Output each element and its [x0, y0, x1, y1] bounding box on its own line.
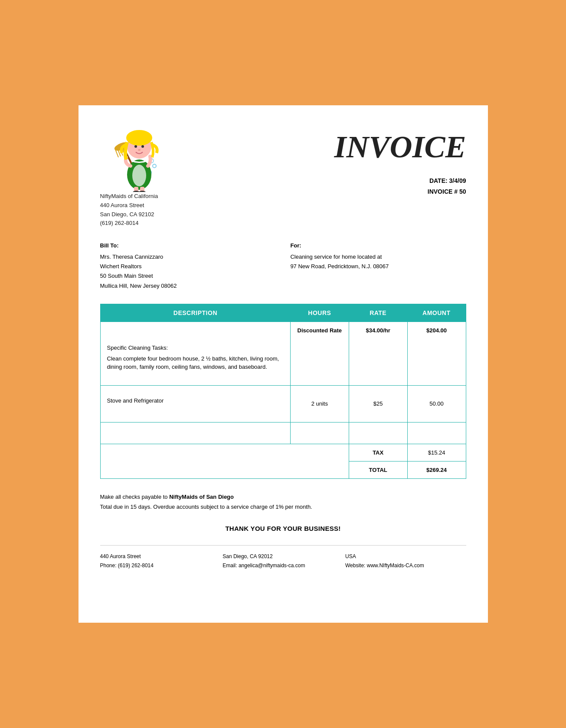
footer-col2-line1: San Diego, CA 92012	[222, 552, 344, 561]
company-address2: San Diego, CA 92102	[100, 210, 158, 219]
hours-cell-1: Discounted Rate	[290, 322, 349, 385]
tax-row: TAX $15.24	[100, 444, 466, 461]
bill-to-line2: Wichert Realtors	[100, 262, 276, 271]
svg-point-8	[153, 164, 156, 168]
total-label: TOTAL	[349, 461, 407, 478]
footer-line1: Make all checks payable to NiftyMaids of…	[100, 492, 466, 502]
invoice-num-value: 50	[459, 188, 466, 195]
tax-label: TAX	[349, 444, 407, 461]
footer-col1-line2: Phone: (619) 262-8014	[100, 561, 221, 570]
amount-cell-1: $204.00	[407, 322, 466, 385]
task-detail-2: Stove and Refrigerator	[107, 397, 284, 404]
total-hours-empty	[290, 461, 349, 478]
hours-cell-2: 2 units	[290, 385, 349, 422]
amount-cell-2: 50.00	[407, 385, 466, 422]
date-label: DATE:	[429, 177, 448, 184]
desc-cell-1: Specific Cleaning Tasks: Clean complete …	[100, 322, 290, 385]
company-info: NiftyMaids of California 440 Aurora Stre…	[100, 192, 158, 228]
header: NiftyMaids of California 440 Aurora Stre…	[100, 123, 466, 228]
svg-point-11	[132, 165, 146, 186]
footer-col1-line1: 440 Aurora Street	[100, 552, 221, 561]
company-phone: (619) 262-8014	[100, 219, 158, 228]
logo-section: NiftyMaids of California 440 Aurora Stre…	[100, 123, 170, 228]
for-line1: Cleaning service for home located at	[290, 252, 466, 262]
footer-col-2: San Diego, CA 92012 Email: angelica@nift…	[222, 552, 344, 570]
bill-to-line3: 50 South Main Street	[100, 271, 276, 281]
footer-col-3: USA Website: www.NIftyMaids-CA.com	[345, 552, 466, 570]
footer-col-1: 440 Aurora Street Phone: (619) 262-8014	[100, 552, 221, 570]
total-row: TOTAL $269.24	[100, 461, 466, 478]
for-line2: 97 New Road, Pedricktown, N.J. 08067	[290, 262, 466, 271]
spacer-amount	[407, 422, 466, 444]
spacer-rate	[349, 422, 407, 444]
tax-hours-empty	[290, 444, 349, 461]
maid-logo	[100, 123, 170, 192]
invoice-page: NiftyMaids of California 440 Aurora Stre…	[77, 104, 489, 624]
for-section: For: Cleaning service for home located a…	[290, 241, 466, 290]
invoice-title-section: INVOICE DATE: 3/4/09 INVOICE # 50	[334, 123, 466, 197]
footer-company-bold: NiftyMaids of San Diego	[169, 494, 234, 500]
tax-desc-empty	[100, 444, 290, 461]
svg-point-14	[134, 145, 137, 148]
company-name: NiftyMaids of California	[100, 192, 158, 201]
bill-to-section: Bill To: Mrs. Theresa Cannizzaro Wichert…	[100, 241, 276, 290]
invoice-title: INVOICE	[334, 131, 466, 162]
bill-to-line1: Mrs. Theresa Cannizzaro	[100, 252, 276, 262]
table-row-1: Specific Cleaning Tasks: Clean complete …	[100, 322, 466, 385]
invoice-meta: DATE: 3/4/09 INVOICE # 50	[334, 176, 466, 197]
invoice-date: DATE: 3/4/09	[334, 176, 466, 186]
table-row-spacer	[100, 422, 466, 444]
svg-point-13	[126, 130, 152, 146]
rate-cell-2: $25	[349, 385, 407, 422]
col-rate: RATE	[349, 304, 407, 322]
col-amount: AMOUNT	[407, 304, 466, 322]
footer-bottom: 440 Aurora Street Phone: (619) 262-8014 …	[100, 545, 466, 570]
bill-section: Bill To: Mrs. Theresa Cannizzaro Wichert…	[100, 241, 466, 290]
footer-col3-line2: Website: www.NIftyMaids-CA.com	[345, 561, 466, 570]
task-detail-1: Clean complete four bedroom house, 2 ½ b…	[107, 354, 284, 371]
task-header-1: Specific Cleaning Tasks:	[107, 344, 284, 351]
rate-cell-1: $34.00/hr	[349, 322, 407, 385]
footer-line2: Total due in 15 days. Overdue accounts s…	[100, 502, 466, 512]
svg-point-16	[138, 149, 141, 151]
col-hours: HOURS	[290, 304, 349, 322]
tax-value: $15.24	[407, 444, 466, 461]
spacer-hours	[290, 422, 349, 444]
footer-col3-line1: USA	[345, 552, 466, 561]
footer-col2-line2: Email: angelica@niftymaids-ca.com	[222, 561, 344, 570]
footer-line1-prefix: Make all checks payable to	[100, 494, 170, 500]
footer-notes: Make all checks payable to NiftyMaids of…	[100, 492, 466, 512]
col-description: DESCRIPTION	[100, 304, 290, 322]
bill-to-label: Bill To:	[100, 241, 276, 250]
thank-you-message: THANK YOU FOR YOUR BUSINESS!	[100, 525, 466, 532]
total-value: $269.24	[407, 461, 466, 478]
total-desc-empty	[100, 461, 290, 478]
company-address1: 440 Aurora Street	[100, 201, 158, 210]
table-row-2: Stove and Refrigerator 2 units $25 50.00	[100, 385, 466, 422]
table-header-row: DESCRIPTION HOURS RATE AMOUNT	[100, 304, 466, 322]
invoice-num-label: INVOICE #	[428, 188, 458, 195]
bill-to-line4: Mullica Hill, New Jersey 08062	[100, 281, 276, 291]
spacer-desc	[100, 422, 290, 444]
invoice-number: INVOICE # 50	[334, 186, 466, 197]
date-value: 3/4/09	[449, 177, 466, 184]
for-label: For:	[290, 241, 466, 250]
invoice-table: DESCRIPTION HOURS RATE AMOUNT Specific C…	[100, 304, 466, 479]
svg-point-15	[141, 145, 144, 148]
desc-cell-2: Stove and Refrigerator	[100, 385, 290, 422]
